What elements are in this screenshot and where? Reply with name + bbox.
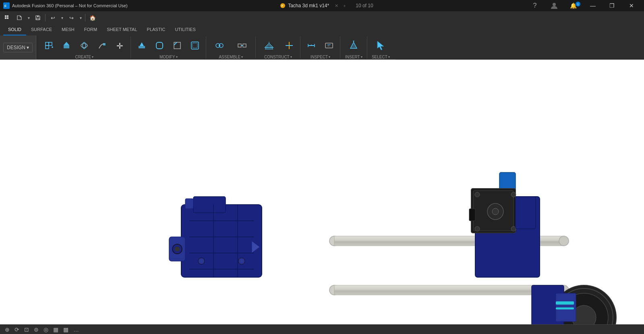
status-icon-add[interactable]: ⊕ xyxy=(5,326,10,333)
display-settings-btn[interactable] xyxy=(321,38,338,54)
fillet-btn[interactable] xyxy=(151,38,168,54)
select-buttons xyxy=(370,37,391,54)
close-btn[interactable]: ✕ xyxy=(622,0,641,11)
tab-count: 10 of 10 xyxy=(356,3,373,8)
status-icon-orbit[interactable]: ⟳ xyxy=(14,326,19,333)
design-dropdown-btn[interactable]: DESIGN ▾ xyxy=(3,43,33,52)
status-icon-look[interactable]: ◎ xyxy=(43,326,48,333)
revolve-btn[interactable] xyxy=(76,38,93,54)
save-btn[interactable] xyxy=(32,12,43,23)
shell-btn[interactable] xyxy=(186,38,203,54)
svg-point-65 xyxy=(175,247,180,251)
viewport[interactable]: LEFT FRONT Z Z X Y xyxy=(0,60,644,324)
inspect-label[interactable]: INSPECT ▾ xyxy=(311,55,330,59)
svg-rect-6 xyxy=(7,15,8,17)
insert-mesh-btn[interactable] xyxy=(343,38,364,54)
tab-form[interactable]: FORM xyxy=(79,24,102,35)
notification-count: 1 xyxy=(576,2,580,6)
modify-label[interactable]: MODIFY ▾ xyxy=(159,55,178,59)
separator-x: ✕ xyxy=(335,3,338,8)
file-menu-arrow[interactable]: ▾ xyxy=(26,12,31,23)
select-icon xyxy=(375,40,386,52)
home-btn[interactable]: 🏠 xyxy=(87,12,98,23)
create-label[interactable]: CREATE ▾ xyxy=(75,55,93,59)
account-btn[interactable] xyxy=(545,0,563,11)
minimize-btn[interactable]: — xyxy=(584,0,602,11)
status-icon-zoom[interactable]: ⊡ xyxy=(24,326,29,333)
measure-btn[interactable] xyxy=(303,38,320,54)
new-component-btn[interactable] xyxy=(40,38,57,54)
tab-mesh[interactable]: MESH xyxy=(57,24,79,35)
press-pull-btn[interactable] xyxy=(133,38,150,54)
new-component-icon xyxy=(44,41,53,51)
construct-buttons xyxy=(258,37,298,54)
svg-rect-75 xyxy=(185,199,193,209)
fillet-icon xyxy=(155,41,164,51)
select-btn[interactable] xyxy=(370,38,391,54)
main-area: LEFT FRONT Z Z X Y xyxy=(0,60,644,324)
tab-sheetmetal[interactable]: SHEET METAL xyxy=(102,24,142,35)
quick-access-bar: ▾ ↩ ▾ ↪ ▾ 🏠 xyxy=(0,11,644,24)
construct-label[interactable]: CONSTRUCT ▾ xyxy=(264,55,292,59)
redo-btn[interactable]: ↪ xyxy=(66,12,77,23)
help-btn[interactable]: ? xyxy=(526,0,544,11)
tab-plastic[interactable]: PLASTIC xyxy=(142,24,170,35)
inspect-arrow: ▾ xyxy=(329,55,330,59)
svg-rect-101 xyxy=(556,307,574,309)
svg-point-18 xyxy=(81,44,87,48)
svg-rect-80 xyxy=(334,285,564,295)
tab-solid[interactable]: SOLID xyxy=(3,24,26,35)
joint-icon xyxy=(215,41,224,52)
svg-marker-17 xyxy=(64,42,69,45)
add-tab-btn[interactable]: ＋ xyxy=(342,3,347,9)
create-section: ✛ CREATE ▾ xyxy=(38,36,131,58)
svg-point-73 xyxy=(238,258,245,264)
tab-utilities[interactable]: UTILITIES xyxy=(170,24,200,35)
svg-point-4 xyxy=(553,3,556,6)
svg-rect-31 xyxy=(238,44,241,47)
new-file-btn[interactable] xyxy=(14,12,25,23)
status-icon-snap[interactable]: ▩ xyxy=(63,326,68,333)
extrude-btn[interactable] xyxy=(58,38,75,54)
maximize-btn[interactable]: ❐ xyxy=(603,0,621,11)
construct-section: CONSTRUCT ▾ xyxy=(256,36,300,58)
svg-marker-48 xyxy=(377,41,384,50)
status-icon-grid[interactable]: ▦ xyxy=(53,326,58,333)
svg-rect-62 xyxy=(193,197,226,213)
file-icon: F xyxy=(280,3,286,8)
insert-label[interactable]: INSERT ▾ xyxy=(345,55,362,59)
rigid-group-btn[interactable] xyxy=(231,38,253,54)
svg-marker-24 xyxy=(174,42,180,49)
svg-point-86 xyxy=(475,192,480,197)
left-component xyxy=(169,197,262,277)
svg-line-25 xyxy=(174,42,177,45)
svg-rect-61 xyxy=(181,205,262,277)
assemble-arrow: ▾ xyxy=(241,55,243,59)
select-label[interactable]: SELECT ▾ xyxy=(372,55,390,59)
assemble-section: ASSEMBLE ▾ xyxy=(206,36,256,58)
undo-arrow[interactable]: ▾ xyxy=(59,12,65,23)
joint-btn[interactable] xyxy=(209,38,230,54)
inspect-section: INSPECT ▾ xyxy=(300,36,340,58)
chamfer-btn[interactable] xyxy=(169,38,186,54)
svg-point-30 xyxy=(219,45,220,46)
assemble-label[interactable]: ASSEMBLE ▾ xyxy=(219,55,243,59)
notification-btn[interactable]: 🔔 1 xyxy=(564,0,583,11)
tab-surface[interactable]: SURFACE xyxy=(26,24,57,35)
press-pull-icon xyxy=(137,41,146,51)
redo-arrow[interactable]: ▾ xyxy=(78,12,83,23)
modify-section: MODIFY ▾ xyxy=(131,36,206,58)
svg-rect-100 xyxy=(556,301,574,305)
axis-btn[interactable] xyxy=(281,38,298,54)
apps-btn[interactable] xyxy=(2,12,13,23)
move-icon: ✛ xyxy=(116,42,123,50)
select-section: SELECT ▾ xyxy=(367,36,394,58)
undo-btn[interactable]: ↩ xyxy=(47,12,58,23)
offset-plane-btn[interactable] xyxy=(258,38,280,54)
status-icon-pan[interactable]: ⊚ xyxy=(34,326,39,333)
extrude-icon xyxy=(62,41,71,51)
sweep-btn[interactable] xyxy=(93,38,110,54)
status-icon-more[interactable]: … xyxy=(73,326,79,333)
svg-point-78 xyxy=(559,236,569,246)
move-btn[interactable]: ✛ xyxy=(111,38,128,54)
